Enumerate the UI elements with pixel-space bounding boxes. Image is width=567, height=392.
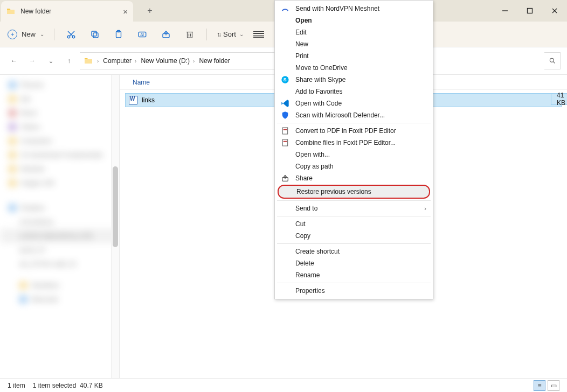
menu-item-send-with-nordvpn-meshnet[interactable]: Send with NordVPN Meshnet bbox=[275, 3, 433, 15]
pdf-icon bbox=[280, 126, 290, 136]
menu-item-share[interactable]: Share bbox=[275, 172, 433, 184]
chevron-down-icon: ⌄ bbox=[239, 31, 244, 37]
menu-item-new[interactable]: New bbox=[275, 38, 433, 50]
sort-button[interactable]: ↑↓ Sort ⌄ bbox=[217, 30, 244, 38]
forward-button[interactable]: → bbox=[25, 53, 40, 68]
chevron-right-icon: › bbox=[424, 205, 426, 212]
column-name[interactable]: Name bbox=[133, 79, 267, 86]
share-button[interactable] bbox=[159, 27, 173, 41]
svg-rect-9 bbox=[92, 31, 96, 36]
close-tab-icon[interactable]: × bbox=[123, 8, 128, 16]
menu-item-move-to-onedrive[interactable]: Move to OneDrive bbox=[275, 62, 433, 74]
menu-item-restore-previous-versions[interactable]: Restore previous versions bbox=[278, 185, 430, 199]
menu-item-open[interactable]: Open bbox=[275, 15, 433, 26]
rename-button[interactable]: A bbox=[135, 27, 149, 41]
menu-separator bbox=[277, 283, 431, 283]
menu-item-open-with-code[interactable]: Open with Code bbox=[275, 97, 433, 109]
copy-button[interactable] bbox=[88, 27, 102, 41]
chevron-right-icon: › bbox=[135, 58, 136, 64]
separator bbox=[54, 29, 54, 40]
menu-separator bbox=[277, 216, 431, 216]
folder-icon bbox=[6, 7, 15, 16]
selection-info: 1 item selected 40.7 KB bbox=[33, 382, 103, 389]
skype-icon: S bbox=[280, 75, 290, 85]
chevron-down-icon: ⌄ bbox=[40, 31, 44, 37]
menu-item-add-to-favorites[interactable]: Add to Favorites bbox=[275, 86, 433, 97]
svg-text:S: S bbox=[284, 77, 287, 82]
menu-item-properties[interactable]: Properties bbox=[275, 285, 433, 297]
navigation-pane[interactable]: Pictures abc Music Videos Computers 10-J… bbox=[0, 75, 120, 381]
separator bbox=[206, 29, 207, 40]
details-view-button[interactable]: ≡ bbox=[534, 380, 545, 391]
menu-item-send-to[interactable]: Send to› bbox=[275, 202, 433, 214]
svg-rect-1 bbox=[528, 9, 533, 13]
search-input[interactable] bbox=[544, 52, 561, 69]
breadcrumb-volume[interactable]: New Volume (D:)› bbox=[141, 57, 195, 65]
shield-icon bbox=[280, 110, 290, 120]
svg-point-19 bbox=[550, 58, 554, 62]
status-bar: 1 item 1 item selected 40.7 KB ≡ ▭ bbox=[0, 378, 567, 392]
file-size: 41 KB bbox=[551, 93, 567, 105]
item-count: 1 item bbox=[8, 382, 25, 389]
icons-view-button[interactable]: ▭ bbox=[548, 380, 559, 391]
menu-separator bbox=[277, 200, 431, 201]
chevron-right-icon: › bbox=[193, 58, 195, 64]
menu-separator bbox=[277, 123, 431, 123]
add-tab-button[interactable]: + bbox=[140, 0, 160, 22]
menu-item-edit[interactable]: Edit bbox=[275, 26, 433, 38]
menu-item-copy[interactable]: Copy bbox=[275, 230, 433, 242]
menu-item-convert-to-pdf-in-foxit-pdf-editor[interactable]: Convert to PDF in Foxit PDF Editor bbox=[275, 125, 433, 137]
menu-item-create-shortcut[interactable]: Create shortcut bbox=[275, 246, 433, 257]
recent-locations-button[interactable]: ⌄ bbox=[43, 53, 58, 68]
file-name: links bbox=[142, 96, 155, 104]
menu-item-scan-with-microsoft-defender[interactable]: Scan with Microsoft Defender... bbox=[275, 109, 433, 121]
paste-button[interactable] bbox=[112, 27, 126, 41]
window-tab[interactable]: New folder × bbox=[1, 1, 133, 22]
up-button[interactable]: ↑ bbox=[61, 53, 77, 68]
pdf2-icon bbox=[280, 138, 290, 148]
breadcrumb-folder[interactable]: New folder bbox=[199, 57, 230, 65]
chevron-right-icon: › bbox=[97, 58, 99, 64]
new-button[interactable]: + New ⌄ bbox=[8, 30, 44, 39]
sort-icon: ↑↓ bbox=[217, 31, 220, 38]
menu-item-rename[interactable]: Rename bbox=[275, 269, 433, 281]
view-icon bbox=[253, 31, 264, 38]
menu-item-share-with-skype[interactable]: SShare with Skype bbox=[275, 74, 433, 86]
share-icon bbox=[280, 173, 290, 183]
menu-item-delete[interactable]: Delete bbox=[275, 257, 433, 269]
svg-rect-8 bbox=[93, 33, 98, 38]
menu-item-copy-as-path[interactable]: Copy as path bbox=[275, 160, 433, 172]
sidebar-scrollbar[interactable] bbox=[111, 75, 119, 381]
cut-button[interactable] bbox=[64, 27, 78, 41]
menu-item-combine-files-in-foxit-pdf-editor[interactable]: Combine files in Foxit PDF Editor... bbox=[275, 137, 433, 149]
back-button[interactable]: ← bbox=[6, 53, 22, 68]
search-icon bbox=[549, 57, 556, 65]
svg-line-20 bbox=[553, 62, 555, 64]
svg-rect-23 bbox=[282, 128, 287, 134]
nord-icon bbox=[280, 4, 290, 13]
tab-title: New folder bbox=[20, 8, 51, 15]
svg-rect-26 bbox=[284, 141, 287, 142]
maximize-button[interactable] bbox=[517, 0, 542, 22]
menu-separator bbox=[277, 243, 431, 244]
svg-text:A: A bbox=[140, 32, 143, 37]
svg-rect-25 bbox=[282, 139, 287, 146]
folder-icon bbox=[84, 57, 93, 65]
breadcrumb-computer[interactable]: Computer› bbox=[103, 57, 136, 65]
minimize-button[interactable] bbox=[493, 0, 517, 22]
context-menu: Send with NordVPN MeshnetOpenEditNewPrin… bbox=[274, 0, 433, 299]
view-button[interactable] bbox=[253, 31, 264, 38]
menu-item-print[interactable]: Print bbox=[275, 50, 433, 62]
vscode-icon bbox=[280, 99, 290, 108]
plus-icon: + bbox=[8, 30, 17, 39]
menu-item-cut[interactable]: Cut bbox=[275, 218, 433, 230]
svg-rect-24 bbox=[284, 129, 287, 130]
delete-button[interactable] bbox=[183, 27, 197, 41]
menu-item-open-with[interactable]: Open with... bbox=[275, 149, 433, 160]
word-doc-icon bbox=[129, 96, 137, 104]
close-window-button[interactable] bbox=[542, 0, 567, 22]
